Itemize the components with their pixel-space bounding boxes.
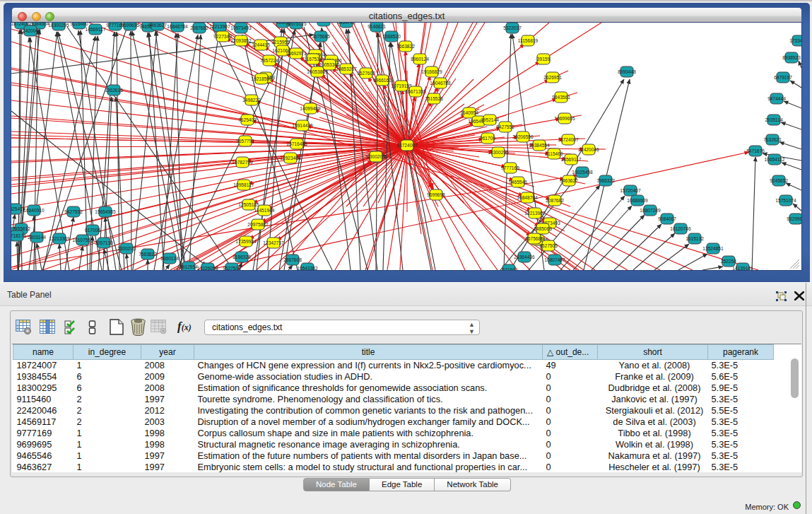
svg-text:11451944: 11451944 — [254, 208, 275, 213]
svg-text:9777169: 9777169 — [501, 165, 519, 170]
svg-text:22420046: 22420046 — [578, 147, 599, 152]
svg-text:10654112: 10654112 — [765, 157, 785, 162]
svg-text:2867608: 2867608 — [283, 257, 302, 262]
svg-text:15692971: 15692971 — [286, 51, 307, 56]
svg-text:13226058: 13226058 — [197, 266, 218, 270]
svg-text:7663822: 7663822 — [139, 252, 157, 257]
svg-text:3675685: 3675685 — [312, 34, 330, 39]
svg-text:18807249: 18807249 — [640, 208, 661, 213]
svg-text:15720407: 15720407 — [620, 188, 641, 193]
svg-text:16914479: 16914479 — [292, 123, 313, 128]
svg-text:13524851: 13524851 — [702, 246, 724, 251]
svg-text:15751074: 15751074 — [775, 198, 796, 203]
svg-text:19218596: 19218596 — [251, 76, 272, 81]
svg-text:16543382: 16543382 — [297, 266, 318, 270]
svg-text:3675685: 3675685 — [525, 236, 543, 241]
svg-text:10107553: 10107553 — [72, 238, 93, 243]
svg-text:2087682: 2087682 — [546, 198, 564, 203]
svg-text:1640954: 1640954 — [460, 110, 478, 115]
svg-text:3267130: 3267130 — [95, 240, 113, 245]
svg-text:10807487: 10807487 — [544, 257, 565, 262]
svg-text:9527505: 9527505 — [314, 23, 333, 23]
svg-text:8454749: 8454749 — [337, 23, 355, 25]
svg-text:9463627: 9463627 — [560, 178, 578, 183]
svg-text:7485063: 7485063 — [534, 226, 552, 231]
svg-text:10973493: 10973493 — [230, 25, 252, 30]
svg-text:3215955: 3215955 — [271, 40, 290, 45]
svg-text:1527602: 1527602 — [357, 71, 375, 76]
svg-text:961700: 961700 — [480, 136, 495, 141]
svg-text:10699695: 10699695 — [554, 116, 575, 121]
svg-text:2300203: 2300203 — [117, 246, 136, 251]
svg-text:9657791: 9657791 — [236, 139, 254, 144]
svg-text:6479197: 6479197 — [774, 75, 792, 80]
svg-text:7857224: 7857224 — [260, 58, 278, 63]
svg-text:8186328: 8186328 — [233, 255, 251, 259]
svg-text:16848784: 16848784 — [167, 24, 188, 29]
svg-text:12923468: 12923468 — [280, 156, 301, 160]
svg-text:14569117: 14569117 — [86, 27, 106, 32]
svg-text:18724007: 18724007 — [558, 137, 579, 142]
svg-text:8912954: 8912954 — [180, 264, 198, 269]
svg-text:17359924: 17359924 — [235, 239, 257, 244]
svg-text:9146821: 9146821 — [367, 24, 386, 29]
svg-text:16782759: 16782759 — [232, 160, 253, 165]
svg-text:12093852: 12093852 — [230, 38, 252, 43]
svg-text:18300295: 18300295 — [488, 150, 509, 155]
svg-text:20975887: 20975887 — [247, 222, 269, 227]
svg-text:16640910: 16640910 — [23, 208, 45, 213]
svg-text:8427552: 8427552 — [496, 124, 514, 129]
svg-text:2087682: 2087682 — [190, 25, 208, 30]
svg-text:7625402: 7625402 — [238, 117, 257, 122]
svg-text:18724007: 18724007 — [396, 143, 418, 148]
svg-text:8960124: 8960124 — [411, 57, 429, 62]
svg-text:2718176: 2718176 — [11, 233, 26, 238]
svg-text:15716485: 15716485 — [286, 141, 307, 146]
svg-text:10025458: 10025458 — [572, 170, 593, 175]
svg-text:9465546: 9465546 — [509, 180, 527, 185]
svg-text:252254: 252254 — [721, 259, 736, 264]
svg-text:1615132: 1615132 — [686, 236, 704, 241]
svg-text:12213967: 12213967 — [209, 24, 230, 29]
svg-text:7986322: 7986322 — [596, 178, 615, 183]
svg-text:6966160: 6966160 — [373, 78, 392, 83]
svg-text:19384554: 19384554 — [529, 143, 550, 148]
svg-text:12342737: 12342737 — [263, 240, 284, 245]
svg-text:9699695: 9699695 — [121, 23, 139, 28]
svg-text:3498222: 3498222 — [242, 98, 261, 103]
svg-text:7663822: 7663822 — [396, 44, 415, 49]
svg-text:9427552: 9427552 — [64, 209, 83, 214]
svg-text:1952144: 1952144 — [481, 117, 499, 122]
svg-text:9463627: 9463627 — [148, 23, 167, 28]
svg-text:10688609: 10688609 — [627, 198, 648, 203]
svg-text:39159: 39159 — [537, 57, 551, 62]
svg-text:7515526: 7515526 — [425, 96, 443, 101]
svg-text:9527505: 9527505 — [539, 243, 558, 248]
svg-text:22420046: 22420046 — [20, 28, 41, 33]
svg-text:11156819: 11156819 — [518, 38, 539, 43]
svg-text:16053809: 16053809 — [307, 69, 328, 74]
svg-text:8860124: 8860124 — [160, 256, 179, 261]
svg-text:1167534: 1167534 — [304, 57, 322, 62]
svg-text:10853267: 10853267 — [336, 66, 357, 71]
svg-text:9474444: 9474444 — [767, 96, 786, 101]
svg-text:9245652: 9245652 — [770, 178, 788, 183]
svg-text:18300295: 18300295 — [48, 23, 69, 28]
svg-text:16046788: 16046788 — [430, 81, 451, 86]
svg-text:2803144: 2803144 — [28, 235, 46, 240]
svg-text:9084067: 9084067 — [658, 216, 676, 221]
svg-text:9115460: 9115460 — [545, 151, 563, 156]
svg-text:2300203: 2300203 — [367, 154, 385, 159]
svg-text:9843561: 9843561 — [552, 95, 570, 100]
svg-text:12505185: 12505185 — [238, 202, 259, 207]
svg-text:8990448: 8990448 — [618, 69, 636, 74]
svg-text:8938923: 8938923 — [782, 55, 801, 60]
svg-text:2626951: 2626951 — [543, 75, 562, 80]
svg-text:62160: 62160 — [502, 267, 516, 270]
svg-text:20364436: 20364436 — [514, 255, 535, 259]
svg-text:9227349: 9227349 — [213, 34, 232, 39]
svg-text:10958127: 10958127 — [233, 182, 254, 187]
svg-text:16848784: 16848784 — [517, 195, 538, 200]
svg-text:20206556: 20206556 — [512, 134, 534, 139]
svg-text:19654985: 19654985 — [95, 209, 116, 214]
